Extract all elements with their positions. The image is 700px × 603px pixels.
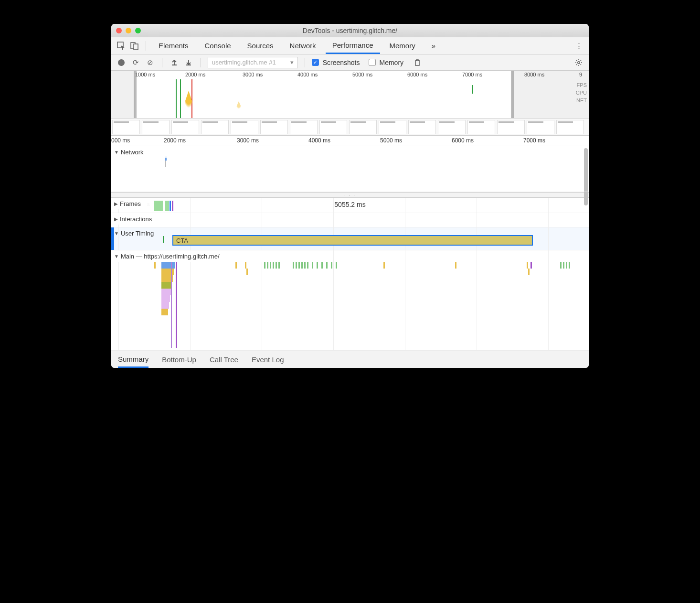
filmstrip-thumb[interactable] [201,120,229,134]
flame-bar[interactable] [276,262,277,269]
flame-bar[interactable] [321,262,323,269]
load-profile-icon[interactable] [169,57,180,68]
flame-bar[interactable] [154,262,156,269]
flame-bar[interactable] [278,262,280,269]
network-track[interactable]: ▼ Network [111,146,589,192]
flame-bar[interactable] [527,262,528,269]
flame-bar[interactable] [161,295,170,302]
filmstrip-thumb[interactable] [408,120,436,134]
tab-memory[interactable]: Memory [383,37,422,54]
flame-bar[interactable] [383,262,385,269]
interactions-track[interactable]: ▶ Interactions [111,213,589,227]
user-timing-measure-cta[interactable]: CTA [172,235,533,246]
flame-bar[interactable] [161,302,169,309]
tab-sources[interactable]: Sources [241,37,280,54]
tab-network[interactable]: Network [283,37,323,54]
record-button[interactable] [116,57,127,68]
flame-bar[interactable] [304,262,306,269]
frames-track[interactable]: ▶ Frames s 5055.2 ms [111,198,589,213]
flame-bar[interactable] [296,262,297,269]
tab-elements[interactable]: Elements [152,37,195,54]
flame-bar[interactable] [176,262,177,348]
filmstrip-thumb[interactable] [467,120,495,134]
clear-icon[interactable]: ⊘ [145,57,155,68]
flame-bar[interactable] [161,289,171,295]
filmstrip-thumb[interactable] [260,120,288,134]
flame-bar[interactable] [317,262,318,269]
save-profile-icon[interactable] [183,57,194,68]
flame-bar[interactable] [298,262,300,269]
flame-bar[interactable] [563,262,564,269]
flame-chart[interactable] [161,262,180,348]
timeline-ruler[interactable]: 000 ms 2000 ms 3000 ms 4000 ms 5000 ms 6… [111,136,589,146]
flame-bar[interactable] [161,282,172,289]
filmstrip-thumb[interactable] [171,120,199,134]
summary-tab-summary[interactable]: Summary [118,351,148,368]
flame-bar[interactable] [161,309,168,315]
frames-track-header[interactable]: ▶ Frames [111,198,149,209]
summary-tab-eventlog[interactable]: Event Log [252,351,284,368]
tabs-overflow-icon[interactable]: » [425,37,442,54]
chevron-right-icon: ▶ [114,201,118,206]
flame-bar[interactable] [530,262,532,269]
filmstrip-thumb[interactable] [142,120,170,134]
flame-bar[interactable] [455,262,456,269]
filmstrip-thumb[interactable] [349,120,377,134]
user-timing-track[interactable]: ▼ User Timing CTA [111,227,589,250]
overview-panel[interactable]: 1000 ms 2000 ms 3000 ms 4000 ms 5000 ms … [111,71,589,118]
flame-bar[interactable] [235,262,237,269]
filmstrip-thumb[interactable] [556,120,584,134]
flame-bar[interactable] [245,262,246,269]
pane-splitter[interactable]: · · · [111,192,589,198]
flame-bar[interactable] [307,262,308,269]
flame-bar[interactable] [560,262,562,269]
filmstrip[interactable] [111,118,589,136]
flame-bar[interactable] [301,262,303,269]
tracks-container: ▼ Network · · · ▶ Frames s 5055.2 ms [111,146,589,351]
svg-point-3 [578,61,580,63]
profile-select[interactable]: usertiming.glitch.me #1 ▾ [208,57,298,68]
filmstrip-thumb[interactable] [438,120,466,134]
screenshots-checkbox[interactable]: ✓ [312,59,319,66]
filmstrip-thumb[interactable] [527,120,554,134]
overview-handle-right[interactable] [511,71,514,118]
reload-record-icon[interactable]: ⟳ [130,57,141,68]
flame-bar[interactable] [270,262,271,269]
flame-bar[interactable] [267,262,268,269]
device-toolbar-icon[interactable] [129,41,140,51]
filmstrip-thumb[interactable] [497,120,525,134]
flame-bar[interactable] [293,262,294,269]
user-timing-track-header[interactable]: ▼ User Timing [111,227,169,239]
more-menu-icon[interactable]: ⋮ [573,41,584,51]
flame-bar[interactable] [326,262,328,269]
tab-performance[interactable]: Performance [326,37,380,54]
flame-bar[interactable] [336,262,337,269]
main-track[interactable]: ▼ Main — https://usertiming.glitch.me/ [111,250,589,351]
flame-bar[interactable] [246,269,248,275]
delete-profile-icon[interactable] [412,57,423,68]
summary-tab-calltree[interactable]: Call Tree [210,351,238,368]
filmstrip-thumb[interactable] [379,120,406,134]
main-track-header[interactable]: ▼ Main — https://usertiming.glitch.me/ [111,250,264,262]
flame-bar[interactable] [566,262,567,269]
flame-bar[interactable] [273,262,274,269]
filmstrip-thumb[interactable] [319,120,347,134]
flame-bar[interactable] [569,262,570,269]
flame-bar[interactable] [171,262,173,348]
memory-checkbox[interactable] [369,59,376,66]
filmstrip-thumb[interactable] [231,120,258,134]
inspect-element-icon[interactable] [116,41,127,51]
overview-handle-left[interactable] [134,71,137,118]
summary-tab-bottomup[interactable]: Bottom-Up [162,351,196,368]
flame-bar[interactable] [312,262,313,269]
tab-console[interactable]: Console [198,37,238,54]
network-request-bar[interactable] [165,161,166,167]
interactions-track-header[interactable]: ▶ Interactions [111,213,169,225]
flame-bar[interactable] [528,269,530,275]
flame-bar[interactable] [331,262,332,269]
flame-bar[interactable] [264,262,265,269]
filmstrip-thumb[interactable] [290,120,318,134]
network-track-header[interactable]: ▼ Network [111,146,173,158]
filmstrip-thumb[interactable] [112,120,140,134]
settings-gear-icon[interactable] [573,57,584,68]
